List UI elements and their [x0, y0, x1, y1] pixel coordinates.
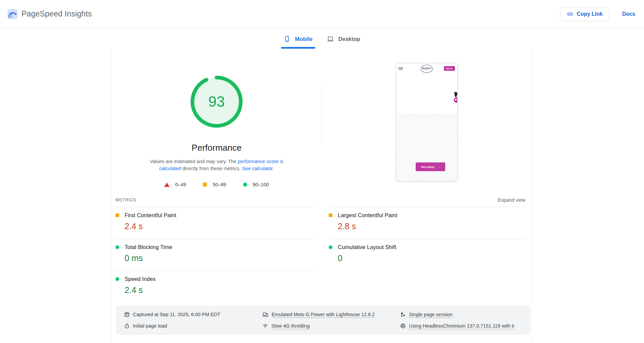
see-calculator-link[interactable]: See calculator.: [242, 166, 274, 171]
screenshot-site-header: Hard Rock BET Sign Up: [396, 63, 457, 74]
site-signup-button: Sign Up: [444, 66, 455, 71]
pass-circle-icon: [243, 183, 247, 187]
browser-item: Using HeadlessChromium 137.0.7151.119 wi…: [400, 322, 530, 330]
stopwatch-icon: [124, 323, 130, 329]
metric-value: 2.8 s: [338, 222, 526, 231]
metric-cumulative-layout-shift: Cumulative Layout Shift 0: [329, 239, 526, 271]
metric-value: 0 ms: [125, 253, 313, 263]
browser-link[interactable]: Using HeadlessChromium 137.0.7151.119 wi…: [409, 323, 514, 329]
average-square-icon: [329, 213, 332, 217]
desc-text-1: Values are estimated and may vary. The: [150, 159, 238, 164]
throttling-link[interactable]: Slow 4G throttling: [271, 323, 310, 329]
metric-empty-cell: [329, 271, 526, 302]
expand-view-button[interactable]: Expand view: [498, 197, 525, 203]
network-signal-icon: [263, 323, 268, 329]
copy-link-button[interactable]: Copy Link: [560, 7, 609, 21]
average-square-icon: [116, 213, 119, 217]
device-link[interactable]: Emulated Moto G Power with Lighthouse 12…: [272, 312, 375, 317]
calc-link-part1[interactable]: performance score is: [238, 159, 283, 164]
session-dots-icon: [400, 312, 406, 317]
docs-link[interactable]: Docs: [622, 11, 635, 17]
throttling-item: Slow 4G throttling: [263, 322, 400, 330]
performance-gauge[interactable]: 93: [188, 73, 245, 130]
performance-score-value: 93: [188, 73, 245, 130]
chromium-icon: [400, 323, 406, 329]
metrics-grid: First Contentful Paint 2.4 s Largest Con…: [111, 207, 531, 302]
desc-text-2: directly from these metrics.: [181, 166, 242, 171]
pagespeed-logo-icon: [7, 9, 17, 19]
metric-label: Total Blocking Time: [125, 244, 172, 250]
captured-at-item: Captured at Sep 11, 2025, 6:00 PM EDT: [124, 310, 263, 319]
copy-link-label: Copy Link: [577, 11, 603, 17]
legend-fail-range: 0–49: [175, 182, 186, 187]
performance-title: Performance: [192, 143, 242, 153]
page-load-text: Initial page load: [133, 323, 167, 329]
tab-mobile[interactable]: Mobile: [281, 28, 315, 50]
page-title: PageSpeed Insights: [21, 9, 92, 18]
app-header: PageSpeed Insights Copy Link Docs: [0, 0, 644, 28]
fail-triangle-icon: [164, 183, 170, 187]
calendar-icon: [124, 312, 130, 317]
metric-largest-contentful-paint: Largest Contentful Paint 2.8 s: [329, 207, 526, 239]
metric-label: Cumulative Layout Shift: [338, 244, 396, 250]
legend-average: 50–89: [203, 182, 226, 187]
metric-label: Largest Contentful Paint: [338, 212, 397, 218]
pass-circle-icon: [116, 245, 119, 249]
guitar-graphic: [453, 92, 458, 108]
brand: PageSpeed Insights: [7, 9, 92, 19]
legend-pass: 90–100: [243, 182, 269, 187]
metric-first-contentful-paint: First Contentful Paint 2.4 s: [116, 207, 313, 239]
legend-pass-range: 90–100: [253, 182, 269, 187]
metric-value: 0: [338, 253, 526, 263]
site-cta-button: Start playing →: [416, 162, 445, 171]
device-item: Emulated Moto G Power with Lighthouse 12…: [263, 310, 400, 319]
page-load-item: Initial page load: [124, 322, 263, 330]
tab-desktop-label: Desktop: [338, 36, 360, 42]
tab-desktop[interactable]: Desktop: [324, 28, 363, 50]
desktop-laptop-icon: [327, 36, 334, 42]
arrow-right-icon: →: [437, 165, 440, 168]
legend-average-range: 50–89: [213, 182, 226, 187]
report-card: 93 Performance Values are estimated and …: [111, 50, 532, 343]
page-screenshot-thumbnail[interactable]: Hard Rock BET Sign Up Start playing →: [396, 63, 458, 181]
mobile-phone-icon: [284, 36, 290, 42]
site-logo: Hard Rock BET: [421, 65, 433, 73]
devices-icon: [263, 312, 268, 317]
metric-speed-index: Speed Index 2.4 s: [116, 271, 313, 302]
captured-at-text: Captured at Sep 11, 2025, 6:00 PM EDT: [133, 312, 220, 317]
metric-label: Speed Index: [125, 276, 156, 282]
performance-score-section: 93 Performance Values are estimated and …: [111, 50, 322, 187]
metrics-section-label: METRICS: [116, 198, 136, 202]
session-item: Single page session: [400, 310, 530, 319]
legend-fail: 0–49: [164, 182, 186, 187]
pass-circle-icon: [116, 277, 119, 281]
calc-link-part2[interactable]: calculated: [159, 166, 181, 171]
average-square-icon: [203, 183, 207, 187]
screenshot-section: Hard Rock BET Sign Up Start playing →: [322, 50, 531, 187]
capture-info-bar: Captured at Sep 11, 2025, 6:00 PM EDT In…: [116, 306, 530, 335]
score-description: Values are estimated and may vary. The p…: [134, 158, 299, 172]
pass-circle-icon: [329, 245, 332, 249]
link-icon: [567, 11, 573, 17]
site-cta-label: Start playing: [421, 166, 434, 168]
metric-label: First Contentful Paint: [125, 212, 176, 218]
metric-total-blocking-time: Total Blocking Time 0 ms: [116, 239, 313, 271]
score-legend: 0–49 50–89 90–100: [164, 182, 269, 187]
device-tabs: Mobile Desktop: [0, 28, 644, 50]
site-logo-subtext: BET: [425, 69, 428, 70]
session-link[interactable]: Single page session: [409, 312, 453, 317]
metric-value: 2.4 s: [125, 285, 313, 295]
hamburger-menu-icon: [399, 67, 403, 70]
metric-value: 2.4 s: [125, 222, 313, 231]
tab-mobile-label: Mobile: [295, 36, 312, 42]
